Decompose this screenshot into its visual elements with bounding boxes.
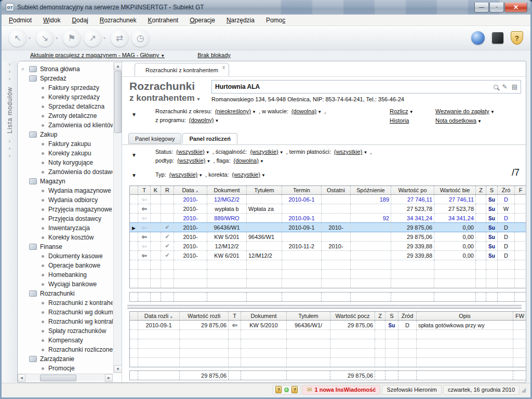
module-item-przyjecia-magazynowe[interactable]: Przyjęcia magazynowe — [21, 205, 113, 214]
column-header-sel[interactable] — [130, 312, 138, 321]
globe-icon[interactable] — [471, 31, 485, 45]
menu-dodaj[interactable]: Dodaj — [72, 17, 88, 24]
column-header-s[interactable]: S — [385, 312, 398, 321]
module-item-dokumenty-kasowe[interactable]: Dokumenty kasowe — [21, 251, 113, 261]
repayment-row[interactable] — [130, 339, 527, 349]
column-header-data[interactable]: Data rozli▲ — [138, 312, 180, 321]
column-header-opis[interactable]: Opis — [417, 312, 513, 321]
column-header-wrozli[interactable]: Wartość rozli — [180, 312, 229, 321]
module-group-sprzedaz[interactable]: Sprzedaż — [21, 74, 113, 83]
collapse-arrow-icon[interactable]: ▼ — [131, 112, 137, 117]
dropdown-arrow-icon[interactable]: ▼ — [317, 110, 322, 114]
dropdown-arrow-icon[interactable]: ▾ — [56, 36, 58, 41]
column-header-f[interactable]: F — [515, 186, 527, 195]
filter-value-nieokreslony[interactable]: (nieokreślony) — [215, 108, 251, 114]
module-list-strip[interactable]: ››› Lista modułów ››› — [3, 61, 17, 383]
dropdown-arrow-icon[interactable]: ▼ — [252, 110, 256, 114]
settlement-row[interactable]: ▶⇦ ✔2010-96436/W1 2010-09-12010- 29 875,… — [130, 223, 527, 232]
module-item-korekty-kosztow[interactable]: Korekty kosztów — [21, 233, 113, 242]
filter-value-dowolna[interactable]: (dowolna) — [234, 157, 259, 164]
column-header-zrod[interactable]: Źród — [398, 312, 417, 321]
module-item-operacje-bankowe[interactable]: Operacje bankowe — [21, 261, 113, 270]
settlement-row[interactable]: ⇦ ✔2010-KW 5/20196436/W1 29 875,060,00 S… — [130, 232, 527, 242]
clock-icon[interactable]: ◷ — [131, 29, 149, 47]
filter-value-wszystkie[interactable]: (wszystkie) — [334, 149, 362, 155]
filter-value-wszystkie[interactable]: (wszystkie) — [169, 171, 197, 178]
scroll-down-icon[interactable]: ▼ — [114, 365, 122, 373]
column-header-s[interactable]: S — [486, 186, 498, 195]
dropdown-arrow-icon[interactable]: ▾ — [103, 36, 105, 41]
scrollbar-thumb[interactable] — [40, 375, 76, 381]
dropdown-arrow-icon[interactable]: ▼ — [476, 119, 482, 124]
close-tab-icon[interactable]: x — [222, 64, 225, 70]
maximize-button[interactable]: ▫ — [489, 3, 504, 12]
resize-grip[interactable]: ◢ — [521, 386, 528, 393]
filter-value-dowolna[interactable]: (dowolna) — [291, 108, 316, 114]
column-header-tyt[interactable]: Tytułem — [247, 186, 282, 195]
send-arrow-icon[interactable]: ↘ — [36, 29, 54, 47]
column-header-t[interactable]: T — [229, 312, 241, 321]
tab-panel-rozliczen[interactable]: Panel rozliczeń — [182, 133, 237, 144]
scroll-right-icon[interactable]: ► — [105, 374, 113, 382]
collapse-arrow-icon[interactable]: ▼ — [131, 152, 137, 158]
module-group-magazyn[interactable]: Magazyn — [21, 177, 113, 186]
dropdown-arrow-icon[interactable]: ▼ — [261, 173, 265, 178]
filter-value-wszystkie[interactable]: (wszystkie) — [176, 149, 204, 155]
column-header-dok[interactable]: Dokument — [241, 312, 287, 321]
settlement-row[interactable]: ⇦ 2010-wypłata bWpłata za 27 523,7827 52… — [130, 204, 527, 214]
module-group-strona-g-owna[interactable]: Strona główna — [21, 64, 113, 74]
dropdown-arrow-icon[interactable]: ▼ — [198, 173, 203, 178]
flag-icon[interactable]: ⚑ — [63, 29, 81, 47]
settlement-row[interactable]: ⇦ 2010-12/MGZ/2 2010-06-1 18927 746,1127… — [130, 195, 527, 204]
tab-rozrachunki-z-kontrahentem[interactable]: Rozrachunki z kontrahentem x — [135, 63, 229, 76]
module-item-wyciagi-bankowe[interactable]: Wyciągi bankowe — [21, 280, 113, 289]
settlement-row[interactable]: ⇦ 2010-889/WRO 2010-09-1 9234 341,2434 3… — [130, 214, 527, 223]
module-item-korekty-sprzedazy[interactable]: Korekty sprzedaży — [21, 92, 113, 102]
column-header-ostatni[interactable]: Ostatni — [322, 186, 351, 195]
menu-widok[interactable]: Widok — [43, 17, 60, 24]
dropdown-arrow-icon[interactable]: ▼ — [260, 159, 264, 164]
cube-icon[interactable] — [492, 32, 503, 44]
module-item-wydania-magazynowe[interactable]: Wydania magazynowe — [21, 186, 113, 195]
action-nota-odsetkowa[interactable]: Nota odsetkowa — [435, 117, 476, 124]
module-group-finanse[interactable]: Finanse — [21, 242, 113, 251]
dropdown-arrow-icon[interactable]: ▼ — [489, 110, 495, 114]
module-item-wydania-odbiorcy[interactable]: Wydania odbiorcy — [21, 195, 113, 205]
module-item-faktury-zakupu[interactable]: Faktury zakupu — [21, 139, 113, 149]
menu-operacje[interactable]: Operacje — [190, 17, 215, 24]
settlement-row[interactable] — [130, 260, 527, 270]
module-item-faktury-sprzedazy[interactable]: Faktury sprzedaży — [21, 83, 113, 92]
menu-pomoc[interactable]: Pomoc — [266, 17, 285, 24]
dropdown-arrow-icon[interactable]: ▾ — [29, 36, 31, 41]
filter-value-wszystkie[interactable]: (wszystkie) — [250, 149, 278, 155]
contractor-field[interactable]: Hurtownia ALA ✎ ▤ — [211, 80, 521, 94]
module-item-sprzedaz-detaliczna[interactable]: Sprzedaż detaliczna — [21, 102, 113, 111]
module-item-homebanking[interactable]: Homebanking — [21, 270, 113, 280]
column-header-sel[interactable] — [130, 186, 138, 195]
column-header-dok[interactable]: Dokument — [207, 186, 247, 195]
column-header-spoz[interactable]: Spóźnienie — [351, 186, 391, 195]
module-group-zarzadzanie[interactable]: Zarządzanie — [21, 354, 113, 364]
module-item-zamowienia-do-dostawco[interactable]: Zamówienia do dostawcó — [21, 167, 113, 177]
filter-value-wszystkie[interactable]: (wszystkie) — [177, 157, 205, 164]
sidebar-vertical-scrollbar[interactable]: ▲ ▼ — [113, 62, 122, 373]
column-header-zro[interactable]: Źró — [498, 186, 515, 195]
module-item-rozrachunki-rozliczone[interactable]: Rozrachunki rozliczone — [21, 345, 113, 354]
magazine-link[interactable]: Aktualnie pracujesz z magazynem - MAG - … — [30, 52, 165, 58]
menu-rozrachunek[interactable]: Rozrachunek — [100, 17, 137, 24]
column-header-wbie[interactable]: Wartość bie — [434, 186, 476, 195]
list-icon[interactable]: ▤ — [512, 83, 517, 90]
column-header-r[interactable]: R — [161, 186, 174, 195]
scroll-left-icon[interactable]: ◄ — [18, 374, 25, 382]
search-icon[interactable] — [494, 85, 498, 89]
module-item-inwentaryzacja[interactable]: Inwentaryzacja — [21, 223, 113, 233]
module-item-rozrachunki-z-kontrahente[interactable]: Rozrachunki z kontrahente — [21, 298, 113, 308]
settlement-row[interactable]: ⇦ ✔2010-12/M12/2 2010-11-22010- 29 339,8… — [130, 242, 527, 251]
collapse-arrow-icon[interactable]: ▼ — [131, 172, 137, 178]
column-header-tyt[interactable]: Tytułem — [287, 312, 330, 321]
splitter-handle[interactable] — [127, 305, 522, 309]
settlement-row[interactable]: ⇦ ✔2010-KW 6/20112/M12/2 29 339,880,00 S… — [130, 251, 527, 260]
issue-arrow-icon[interactable]: ↗ — [84, 29, 101, 47]
close-button[interactable]: ✕ — [504, 3, 527, 12]
dropdown-arrow-icon[interactable]: ▼ — [206, 150, 210, 155]
